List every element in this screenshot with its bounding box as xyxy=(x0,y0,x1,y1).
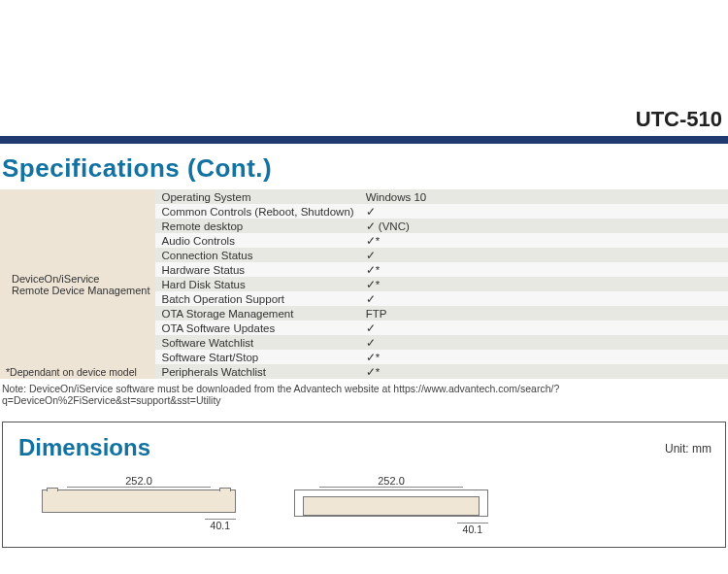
front-depth-dim: 40.1 xyxy=(205,519,236,531)
value-cell: ✓ xyxy=(360,291,728,306)
table-row: DeviceOn/iServiceRemote Device Managemen… xyxy=(0,189,728,204)
value-cell: ✓* xyxy=(360,233,728,248)
feature-cell: Connection Status xyxy=(155,248,359,262)
category-line: DeviceOn/iService xyxy=(6,273,149,285)
value-cell: ✓* xyxy=(360,277,728,291)
product-code: UTC-510 xyxy=(0,0,728,132)
feature-cell: Software Watchlist xyxy=(155,335,359,350)
value-cell: ✓* xyxy=(360,350,728,364)
rear-panel-outer xyxy=(294,490,488,517)
specs-section-title: Specifications (Cont.) xyxy=(2,153,728,184)
value-cell: ✓ xyxy=(360,248,728,262)
dimensions-title: Dimensions xyxy=(18,434,150,461)
feature-cell: Remote desktop xyxy=(155,219,359,233)
feature-cell: Software Start/Stop xyxy=(155,350,359,364)
front-panel-shape xyxy=(42,490,236,513)
feature-cell: Operating System xyxy=(155,189,359,204)
dimensions-frame: Dimensions Unit: mm 252.0 40.1 252.0 40.… xyxy=(2,422,726,548)
front-width-dim: 252.0 xyxy=(67,475,211,488)
rear-width-dim: 252.0 xyxy=(319,475,463,488)
feature-cell: Hard Disk Status xyxy=(155,277,359,291)
value-cell: FTP xyxy=(360,306,728,321)
value-cell: ✓* xyxy=(360,364,728,379)
category-note: *Dependant on device model xyxy=(0,366,137,378)
feature-cell: Audio Controls xyxy=(155,233,359,248)
feature-cell: Peripherals Watchlist xyxy=(155,364,359,379)
feature-cell: OTA Software Updates xyxy=(155,321,359,335)
value-cell: ✓ xyxy=(360,335,728,350)
value-cell: ✓ (VNC) xyxy=(360,219,728,233)
value-cell: ✓ xyxy=(360,204,728,219)
feature-cell: Common Controls (Reboot, Shutdown) xyxy=(155,204,359,219)
rear-depth-dim: 40.1 xyxy=(457,523,488,535)
category-line: Remote Device Management xyxy=(6,285,149,296)
value-cell: ✓* xyxy=(360,262,728,277)
feature-cell: Hardware Status xyxy=(155,262,359,277)
spec-table: DeviceOn/iServiceRemote Device Managemen… xyxy=(0,189,728,379)
spec-category-cell: DeviceOn/iServiceRemote Device Managemen… xyxy=(0,189,155,379)
rear-view-drawing: 252.0 40.1 xyxy=(294,471,488,537)
rear-panel-shape xyxy=(303,496,480,516)
header-rule xyxy=(0,136,728,144)
front-view-drawing: 252.0 40.1 xyxy=(42,471,236,533)
feature-cell: OTA Storage Management xyxy=(155,306,359,321)
dimensions-unit: Unit: mm xyxy=(665,442,711,456)
value-cell: Windows 10 xyxy=(360,189,728,204)
feature-cell: Batch Operation Support xyxy=(155,291,359,306)
spec-footnote: Note: DeviceOn/iService software must be… xyxy=(2,383,726,406)
value-cell: ✓ xyxy=(360,321,728,335)
